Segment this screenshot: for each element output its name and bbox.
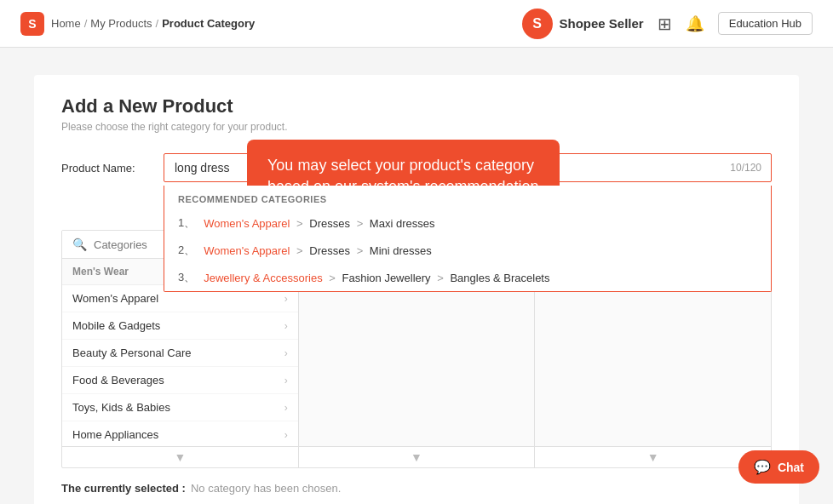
scroll-indicator-1[interactable]: ▼ (62, 447, 299, 467)
page-title: Add a New Product (61, 95, 772, 117)
cat-arrow-2: › (284, 320, 288, 332)
breadcrumb-sep-1: / (84, 17, 88, 30)
chat-label: Chat (778, 461, 804, 474)
breadcrumb-sep-2: / (156, 17, 159, 30)
scroll-indicator-2[interactable]: ▼ (299, 447, 536, 467)
scroll-down-3: ▼ (647, 450, 659, 464)
recommended-label: RECOMMENDED CATEGORIES (164, 186, 771, 209)
chat-button[interactable]: 💬 Chat (738, 450, 819, 484)
scroll-row: ▼ ▼ ▼ (62, 446, 771, 467)
rec-num-1: 1、 (178, 215, 195, 231)
header-right: S Shopee Seller ⊞ 🔔 Education Hub (522, 9, 813, 39)
scroll-indicator-3[interactable]: ▼ (535, 447, 771, 467)
rec-path-1: Women's Apparel > Dresses > Maxi dresses (204, 217, 434, 230)
breadcrumb-current: Product Category (162, 17, 255, 30)
rec-item-1[interactable]: 1、 Women's Apparel > Dresses > Maxi dres… (164, 209, 771, 237)
cat-item-home-appliances[interactable]: Home Appliances › (62, 421, 298, 446)
shopee-seller-icon: S (522, 9, 553, 39)
cat-arrow-6: › (284, 429, 288, 441)
shopee-logo: S (20, 12, 44, 36)
rec-path-3: Jewellery & Accessories > Fashion Jewell… (204, 272, 549, 284)
rec-item-3[interactable]: 3、 Jewellery & Accessories > Fashion Jew… (164, 264, 771, 291)
scroll-down-1: ▼ (174, 450, 186, 464)
cat-item-toys[interactable]: Toys, Kids & Babies › (62, 394, 298, 421)
rec-num-3: 3、 (178, 270, 195, 285)
header-left: S Home / My Products / Product Category (20, 12, 255, 36)
search-icon: 🔍 (72, 238, 87, 251)
grid-icon[interactable]: ⊞ (658, 14, 672, 34)
header: S Home / My Products / Product Category … (0, 0, 833, 48)
breadcrumb: Home / My Products / Product Category (51, 17, 255, 30)
education-hub-button[interactable]: Education Hub (718, 12, 813, 35)
cat-arrow-3: › (284, 347, 288, 359)
rec-path-2: Women's Apparel > Dresses > Mini dresses (204, 244, 432, 257)
product-name-label: Product Name: (61, 153, 164, 175)
cat-item-food[interactable]: Food & Beverages › (62, 367, 298, 394)
bell-icon[interactable]: 🔔 (686, 14, 704, 33)
page-subtitle: Please choose the right category for you… (61, 121, 772, 133)
chat-icon: 💬 (754, 459, 771, 475)
tooltip-line1: You may select your product's category (267, 157, 534, 174)
no-category-text: No category has been chosen. (191, 482, 341, 495)
cat-arrow-1: › (284, 293, 288, 305)
rec-item-2[interactable]: 2、 Women's Apparel > Dresses > Mini dres… (164, 237, 771, 264)
shopee-seller-name: Shopee Seller (560, 16, 644, 31)
breadcrumb-my-products[interactable]: My Products (90, 17, 152, 30)
shopee-seller-logo: S Shopee Seller (522, 9, 644, 39)
cat-item-beauty[interactable]: Beauty & Personal Care › (62, 340, 298, 367)
cat-item-mobile[interactable]: Mobile & Gadgets › (62, 312, 298, 340)
cat-arrow-4: › (284, 375, 288, 387)
main-content: You may select your product's category b… (0, 48, 833, 504)
cat-arrow-5: › (284, 402, 288, 414)
currently-selected-label: The currently selected : (61, 482, 186, 495)
dropdown-panel: RECOMMENDED CATEGORIES 1、 Women's Appare… (164, 186, 772, 292)
breadcrumb-home[interactable]: Home (51, 17, 81, 30)
char-count: 10/120 (730, 162, 761, 174)
scroll-down-2: ▼ (411, 450, 422, 464)
rec-num-2: 2、 (178, 243, 195, 258)
bottom-bar: The currently selected : No category has… (61, 482, 772, 495)
